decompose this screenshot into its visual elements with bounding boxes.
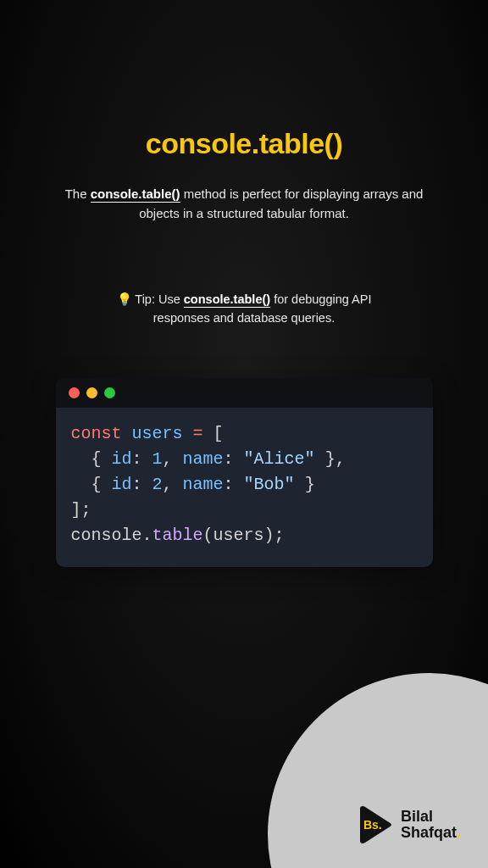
logo-line1: Bilal [401,809,461,825]
page-title: console.table() [146,127,342,160]
author-logo: Bs. Bilal Shafqat. [355,805,461,844]
code-token: const [71,424,122,443]
desc-post: method is perfect for displaying arrays … [139,186,423,220]
desc-emph: console.table() [91,186,180,203]
code-token: "Bob" [244,475,295,494]
code-token: : [132,449,152,469]
code-token: table [152,526,203,545]
code-token: : [224,475,244,494]
desc-pre: The [65,186,91,201]
code-token: "Alice" [244,449,315,469]
description-text: The console.table() method is perfect fo… [49,184,439,224]
code-token: , [163,449,183,469]
code-token: ]; [71,500,92,520]
code-token: id [112,449,132,469]
code-window: const users = [ { id: 1, name: "Alice" }… [56,378,433,567]
code-token: . [142,526,152,545]
code-token: : [224,449,244,469]
close-dot-icon [69,387,80,398]
logo-badge-icon: Bs. [355,805,394,844]
main-content: console.table() The console.table() meth… [0,0,488,567]
code-token: 1 [152,449,163,469]
code-token: name [183,449,224,469]
code-token: [ [203,424,224,443]
code-token: }, [315,449,346,469]
code-token: : [132,475,152,494]
tip-emph: console.table() [184,292,270,308]
code-token: = [193,424,203,443]
code-token: 2 [152,475,163,494]
tip-text: 💡 Tip: Use console.table() for debugging… [92,290,396,328]
code-token: { [71,449,112,469]
code-token: id [112,475,132,494]
code-token: users [122,424,193,443]
code-token: (users); [203,526,285,545]
logo-text: Bilal Shafqat. [401,809,461,841]
logo-badge-text: Bs. [363,818,382,832]
code-token: console [71,526,142,545]
code-token: , [163,475,183,494]
tip-icon: 💡 [117,292,132,306]
code-token: name [183,475,224,494]
window-titlebar [56,378,433,408]
tip-pre: Tip: Use [132,292,184,306]
minimize-dot-icon [86,387,97,398]
code-token: } [295,475,315,494]
logo-line2: Shafqat. [401,825,461,841]
code-token: { [71,475,112,494]
maximize-dot-icon [104,387,115,398]
code-block: const users = [ { id: 1, name: "Alice" }… [56,408,433,567]
